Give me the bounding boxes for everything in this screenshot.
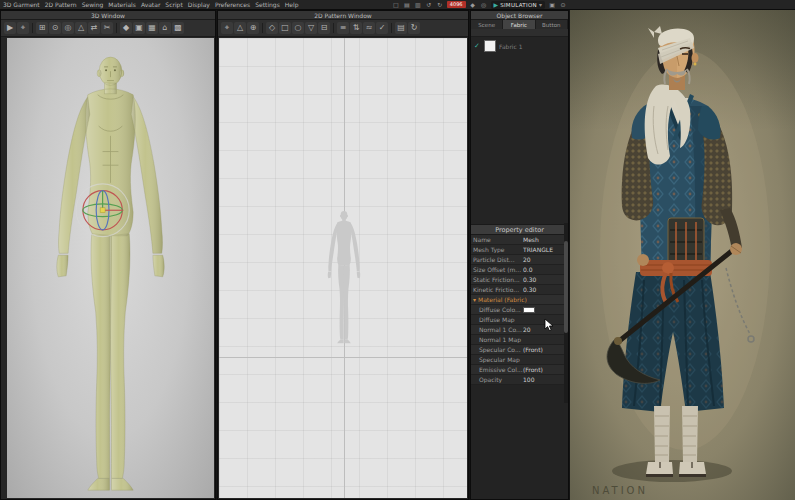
notch-icon[interactable]: ⊟ [318, 22, 330, 34]
property-label: Name [473, 236, 523, 243]
open-file-icon[interactable]: ▤ [403, 1, 411, 8]
sync-icon[interactable]: ↻ [408, 22, 420, 34]
tab-scene[interactable]: Scene [471, 20, 503, 29]
scissors-icon[interactable]: ✂ [101, 22, 113, 34]
property-value[interactable]: 0.30 [523, 276, 566, 283]
property-label: Specular Map [473, 356, 523, 363]
2d-pattern-canvas[interactable] [219, 38, 467, 498]
measure-icon[interactable]: ⇄ [88, 22, 100, 34]
segment-sew-icon[interactable]: ⇅ [350, 22, 362, 34]
diffuse-color-swatch[interactable] [523, 307, 535, 313]
polygon-icon[interactable]: ◇ [266, 22, 278, 34]
settings-icon[interactable]: ⊙ [559, 1, 567, 8]
menu-display[interactable]: Display [188, 1, 210, 8]
property-row-size-offset: Size Offset (m... 0.0 [471, 265, 568, 275]
menu-bar-right-cluster: □ ▤ ▥ ↺ ↻ 4096 ◆ ◎ ▶ SIMULATION ▾ ▣ ⊙ [392, 1, 792, 9]
panel-empty-area [471, 385, 568, 499]
property-value[interactable]: 100 [523, 376, 566, 383]
seam-icon[interactable]: ≡ [337, 22, 349, 34]
pattern-3d-icon[interactable]: ▣ [133, 22, 145, 34]
rectangle-icon[interactable]: □ [279, 22, 291, 34]
avatar-silhouette [219, 38, 467, 498]
property-label: Opacity [473, 376, 523, 383]
check-icon[interactable]: ✓ [474, 42, 481, 50]
avatar-display-icon[interactable]: ◆ [469, 1, 477, 8]
redo-icon[interactable]: ↻ [436, 1, 444, 8]
tab-fabric[interactable]: Fabric [503, 20, 535, 29]
transform-icon[interactable]: ⌖ [221, 22, 233, 34]
reset-view-icon[interactable]: ⌂ [159, 22, 171, 34]
property-value[interactable]: (Front) [523, 366, 566, 373]
3d-window-toolbar: ▶ ⌖ ⊞ ⊙ ◎ △ ⇄ ✂ ◆ ▣ ▦ ⌂ ▩ [1, 20, 215, 37]
new-file-icon[interactable]: □ [392, 1, 400, 8]
3d-window-title: 3D Window [91, 12, 125, 19]
2d-pattern-window: 2D Pattern Window ⌖ △ ⊕ ◇ □ ○ ▽ ⊟ ≡ ⇅ ≈ … [217, 10, 469, 500]
property-value[interactable]: 20 [523, 256, 566, 263]
pin-icon[interactable]: ⊙ [49, 22, 61, 34]
property-value[interactable]: 0.30 [523, 286, 566, 293]
2d-window-titlebar[interactable]: 2D Pattern Window [218, 11, 468, 20]
samurai-concept-art: NATION [570, 10, 795, 500]
object-browser-header[interactable]: Object Browser [471, 11, 568, 20]
texture-edit-icon[interactable]: ▤ [395, 22, 407, 34]
fabric-swatch[interactable] [484, 40, 496, 52]
property-row-kinetic-friction: Kinetic Frictio... 0.30 [471, 285, 568, 295]
snapshot-icon[interactable]: ▣ [548, 1, 556, 8]
box-select-icon[interactable]: ⊞ [36, 22, 48, 34]
menu-help[interactable]: Help [285, 1, 299, 8]
menu-2d-pattern[interactable]: 2D Pattern [45, 1, 77, 8]
tack-icon[interactable]: ◎ [62, 22, 74, 34]
chevron-down-icon[interactable]: ▾ [539, 1, 542, 8]
show-avatar-icon[interactable]: ◆ [120, 22, 132, 34]
property-value[interactable]: TRIANGLE [523, 246, 566, 253]
avatar-3d-model[interactable] [7, 38, 214, 498]
property-value[interactable]: 0.0 [523, 266, 566, 273]
menu-preferences[interactable]: Preferences [215, 1, 250, 8]
menu-avatar[interactable]: Avatar [141, 1, 160, 8]
object-browser-tabs: Scene Fabric Button [471, 20, 568, 29]
select-move-icon[interactable]: ⌖ [17, 22, 29, 34]
simulate-icon[interactable]: ▶ [4, 22, 16, 34]
property-value[interactable]: (Front) [523, 346, 566, 353]
circle-icon[interactable]: ○ [292, 22, 304, 34]
property-row-specular-map: Specular Map [471, 355, 568, 365]
property-label: Normal 1 Map [473, 336, 523, 343]
reference-caption: NATION [592, 485, 648, 496]
edit-pattern-icon[interactable]: △ [234, 22, 246, 34]
menu-materials[interactable]: Materials [108, 1, 136, 8]
add-point-icon[interactable]: ⊕ [247, 22, 259, 34]
material-section-header[interactable]: ▾ Material (Fabric) [471, 295, 568, 305]
fabric-list: ✓ Fabric 1 [471, 29, 568, 225]
dart-icon[interactable]: ▽ [305, 22, 317, 34]
tab-button[interactable]: Button [536, 20, 568, 29]
3d-viewport[interactable] [7, 38, 214, 498]
panel-scrollbar[interactable] [564, 223, 568, 403]
render-icon[interactable]: ◎ [480, 1, 488, 8]
toolbar-separator [391, 23, 392, 33]
3d-window-titlebar[interactable]: 3D Window [1, 11, 215, 20]
pinch-icon[interactable]: △ [75, 22, 87, 34]
property-value[interactable] [523, 307, 566, 313]
application-window: 3D Garment 2D Pattern Sewing Materials A… [0, 0, 795, 500]
grid-icon[interactable]: ▩ [172, 22, 184, 34]
property-label: Kinetic Frictio... [473, 286, 523, 293]
property-value[interactable]: 20 [523, 326, 566, 333]
menu-sewing[interactable]: Sewing [82, 1, 104, 8]
property-value[interactable]: Mesh [523, 236, 566, 243]
simulation-button[interactable]: ▶ SIMULATION ▾ [491, 1, 545, 9]
menu-settings[interactable]: Settings [255, 1, 280, 8]
property-row-specular-color: Specular Co... (Front) [471, 345, 568, 355]
scrollbar-thumb[interactable] [564, 241, 568, 333]
undo-icon[interactable]: ↺ [425, 1, 433, 8]
free-sew-icon[interactable]: ≈ [363, 22, 375, 34]
property-editor-title: Property editor [495, 226, 544, 234]
simulation-label: SIMULATION [500, 2, 537, 8]
show-sewing-icon[interactable]: ✓ [376, 22, 388, 34]
property-editor-header[interactable]: Property editor [471, 225, 568, 235]
save-file-icon[interactable]: ▥ [414, 1, 422, 8]
menu-3d-garment[interactable]: 3D Garment [3, 1, 40, 8]
property-row-mesh-type: Mesh Type TRIANGLE [471, 245, 568, 255]
texture-icon[interactable]: ▦ [146, 22, 158, 34]
menu-script[interactable]: Script [165, 1, 182, 8]
fabric-list-item[interactable]: ✓ Fabric 1 [471, 37, 568, 55]
